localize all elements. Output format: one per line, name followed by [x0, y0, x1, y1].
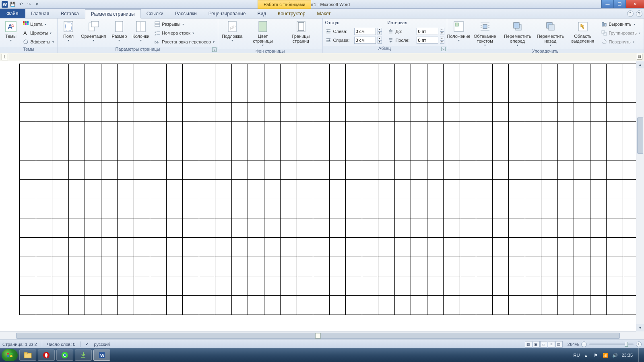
window-close-button[interactable]: ✕: [625, 0, 644, 8]
bring-forward-button[interactable]: Переместить вперед▾: [502, 19, 533, 48]
zoom-slider-knob[interactable]: [625, 342, 628, 347]
start-button[interactable]: [2, 349, 18, 361]
tab-table-design[interactable]: Конструктор: [272, 9, 311, 18]
show-desktop-button[interactable]: [638, 348, 642, 362]
hyphenation-button[interactable]: bēРасстановка переносов▾: [153, 38, 215, 46]
spacing-after-input[interactable]: [417, 37, 438, 44]
theme-fonts-button[interactable]: AШрифты▾: [22, 29, 55, 37]
document-table[interactable]: [19, 64, 636, 315]
window-maximize-button[interactable]: ❐: [613, 0, 625, 8]
page-borders-button[interactable]: Границы страниц: [282, 19, 320, 44]
window-minimize-button[interactable]: —: [601, 0, 613, 8]
zoom-slider[interactable]: [589, 343, 634, 345]
indent-right-input[interactable]: [354, 37, 376, 44]
ribbon-minimize-icon[interactable]: ˄: [627, 10, 634, 17]
status-word-count[interactable]: Число слов: 0: [47, 342, 76, 347]
tab-home[interactable]: Главная: [25, 9, 56, 18]
vertical-scrollbar[interactable]: ▲ ▼: [636, 61, 644, 331]
qat-undo-icon[interactable]: ↶: [18, 1, 24, 8]
position-button[interactable]: Положение▾: [450, 19, 468, 43]
taskbar-opera[interactable]: [38, 350, 55, 361]
themes-button[interactable]: Aa Темы ▾: [2, 19, 19, 43]
svg-rect-44: [483, 25, 487, 29]
scroll-down-button[interactable]: ▼: [636, 324, 644, 331]
spacing-before-down[interactable]: ▼: [440, 31, 444, 35]
tray-volume-icon[interactable]: 🔊: [612, 352, 618, 358]
group-button[interactable]: Группировать▾: [600, 29, 641, 37]
theme-effects-button[interactable]: Эффекты▾: [22, 38, 55, 46]
taskbar-word[interactable]: W: [93, 350, 110, 361]
watermark-button[interactable]: ABCПодложка▾: [221, 19, 244, 43]
tab-insert[interactable]: Вставка: [55, 9, 85, 18]
page-color-button[interactable]: Цвет страницы▾: [246, 19, 280, 48]
indent-left-down[interactable]: ▼: [378, 31, 382, 35]
theme-colors-button[interactable]: Цвета▾: [22, 20, 55, 28]
document-scroll[interactable]: [0, 61, 636, 331]
word-app-icon: W: [2, 1, 8, 8]
orientation-button[interactable]: Ориентация▾: [79, 19, 107, 43]
tray-show-hidden-icon[interactable]: ▴: [583, 352, 589, 358]
proofing-icon[interactable]: ✓: [85, 341, 89, 347]
page-setup-dialog-launcher[interactable]: ↘: [212, 47, 217, 52]
view-outline[interactable]: ≡: [548, 341, 555, 348]
status-language[interactable]: русский: [94, 342, 109, 347]
view-full-screen[interactable]: ▣: [533, 341, 540, 348]
breaks-button[interactable]: Разрывы▾: [153, 20, 215, 28]
qat-redo-icon[interactable]: ↷: [26, 1, 32, 8]
taskbar-chrome[interactable]: [56, 350, 73, 361]
tab-mailings[interactable]: Рассылки: [169, 9, 203, 18]
vscroll-thumb[interactable]: [637, 117, 643, 154]
svg-rect-4: [25, 21, 27, 23]
spacing-after-down[interactable]: ▼: [440, 40, 444, 44]
tray-clock[interactable]: 23:35: [621, 353, 633, 358]
view-print-layout[interactable]: ▦: [525, 341, 532, 348]
spacing-before-input[interactable]: [417, 28, 438, 35]
document-area: ▲ ▼: [0, 61, 644, 339]
view-draft[interactable]: ▤: [555, 341, 563, 348]
spacing-before-up[interactable]: ▲: [440, 28, 444, 31]
selection-pane-button[interactable]: Область выделения: [568, 19, 598, 44]
indent-left-icon: [325, 28, 332, 35]
send-backward-button[interactable]: Переместить назад▾: [536, 19, 565, 48]
indent-left-input[interactable]: [354, 28, 376, 35]
paragraph-dialog-launcher[interactable]: ↘: [441, 47, 446, 51]
zoom-out-button[interactable]: −: [581, 341, 587, 347]
ruler-toggle-button[interactable]: ▤: [637, 54, 642, 60]
indent-right-field: Справа: ▲▼: [325, 36, 382, 44]
tab-table-layout[interactable]: Макет: [312, 9, 337, 18]
rotate-button[interactable]: Повернуть▾: [600, 38, 641, 46]
indent-right-down[interactable]: ▼: [378, 40, 382, 44]
indent-right-up[interactable]: ▲: [378, 37, 382, 40]
spacing-after-up[interactable]: ▲: [440, 37, 444, 40]
split-handle[interactable]: [315, 333, 321, 339]
margins-button[interactable]: Поля▾: [60, 19, 77, 43]
horizontal-scrollbar[interactable]: [0, 331, 636, 339]
status-page[interactable]: Страница: 1 из 2: [2, 342, 37, 347]
svg-rect-57: [605, 23, 606, 26]
tab-references[interactable]: Ссылки: [141, 9, 169, 18]
qat-save-icon[interactable]: 💾: [10, 1, 16, 8]
tray-language[interactable]: RU: [574, 353, 580, 358]
spacing-before-icon: [388, 28, 394, 35]
line-numbers-button[interactable]: 12Номера строк▾: [153, 29, 215, 37]
size-button[interactable]: Размер▾: [110, 19, 128, 43]
tab-file[interactable]: Файл: [0, 9, 25, 18]
tab-view[interactable]: Вид: [252, 9, 272, 18]
tray-flag-icon[interactable]: ⚑: [592, 352, 599, 358]
help-icon[interactable]: ?: [636, 10, 642, 17]
wrap-text-button[interactable]: Обтекание текстом▾: [471, 19, 500, 48]
taskbar-download[interactable]: [75, 350, 92, 361]
taskbar-explorer[interactable]: [19, 350, 36, 361]
qat-customize-icon[interactable]: ▾: [34, 1, 40, 8]
tab-review[interactable]: Рецензирование: [203, 9, 252, 18]
tab-page-layout[interactable]: Разметка страницы: [85, 9, 141, 19]
indent-left-up[interactable]: ▲: [378, 28, 382, 31]
tab-selector-button[interactable]: L: [2, 54, 8, 60]
scroll-up-button[interactable]: ▲: [636, 61, 644, 68]
zoom-level[interactable]: 284%: [568, 342, 579, 347]
view-web-layout[interactable]: ▭: [540, 341, 547, 348]
align-button[interactable]: Выровнять▾: [600, 20, 641, 28]
columns-button[interactable]: Колонки▾: [131, 19, 151, 43]
tray-network-icon[interactable]: 📶: [602, 352, 609, 358]
zoom-in-button[interactable]: +: [636, 341, 642, 347]
